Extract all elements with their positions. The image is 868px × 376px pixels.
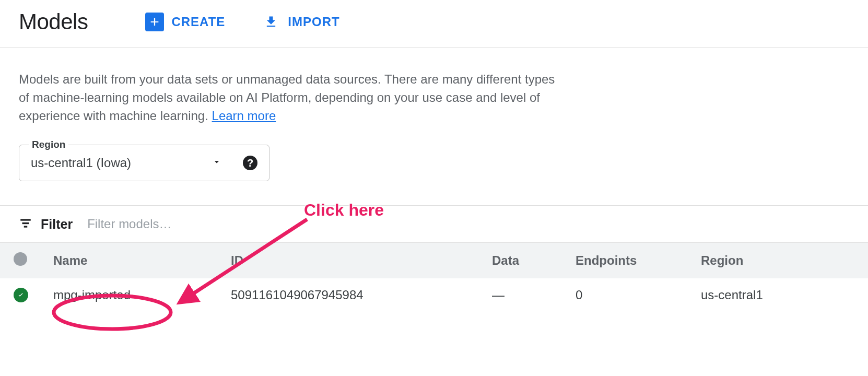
model-name-link[interactable]: mpg-imported — [53, 288, 131, 302]
region-label: Region — [29, 139, 68, 150]
col-data[interactable]: Data — [486, 243, 569, 278]
import-button[interactable]: IMPORT — [262, 13, 339, 31]
plus-icon: + — [145, 13, 164, 31]
table-header: Name ID Data Endpoints Region — [0, 243, 868, 278]
table-row: mpg-imported 5091161049067945984 — 0 us-… — [0, 278, 868, 312]
row-data-cell: — — [486, 278, 569, 312]
svg-rect-0 — [20, 219, 31, 221]
status-ok-icon — [14, 288, 28, 302]
col-endpoints[interactable]: Endpoints — [569, 243, 695, 278]
page-header: Models + CREATE IMPORT — [0, 0, 868, 48]
row-status-cell — [0, 278, 47, 312]
region-select[interactable]: Region us-central1 (Iowa) ? — [19, 145, 269, 181]
select-all-header — [0, 243, 47, 278]
svg-rect-1 — [22, 222, 29, 224]
description-text: Models are built from your data sets or … — [19, 70, 557, 125]
description-body: Models are built from your data sets or … — [19, 72, 555, 123]
filter-label: Filter — [41, 217, 73, 232]
col-id[interactable]: ID — [225, 243, 486, 278]
row-id-cell: 5091161049067945984 — [225, 278, 486, 312]
create-label: CREATE — [171, 15, 225, 29]
import-icon — [262, 13, 280, 31]
region-selector-row: Region us-central1 (Iowa) ? — [19, 145, 849, 181]
filter-icon — [19, 216, 32, 232]
learn-more-link[interactable]: Learn more — [212, 109, 276, 123]
svg-rect-2 — [24, 226, 28, 228]
col-name[interactable]: Name — [47, 243, 225, 278]
models-table: Name ID Data Endpoints Region mpg-import… — [0, 243, 868, 312]
chevron-down-icon — [212, 157, 222, 169]
filter-bar: Filter — [0, 205, 868, 243]
import-label: IMPORT — [288, 15, 339, 29]
row-endpoints-cell: 0 — [569, 278, 695, 312]
select-all-dot[interactable] — [14, 252, 27, 266]
filter-input[interactable] — [87, 217, 849, 231]
row-name-cell: mpg-imported — [47, 278, 225, 312]
page-title: Models — [19, 9, 88, 34]
help-icon[interactable]: ? — [243, 156, 257, 170]
content-area: Models are built from your data sets or … — [0, 48, 868, 181]
col-region[interactable]: Region — [695, 243, 868, 278]
create-button[interactable]: + CREATE — [145, 13, 225, 31]
row-region-cell: us-central1 — [695, 278, 868, 312]
region-value: us-central1 (Iowa) — [31, 156, 212, 170]
